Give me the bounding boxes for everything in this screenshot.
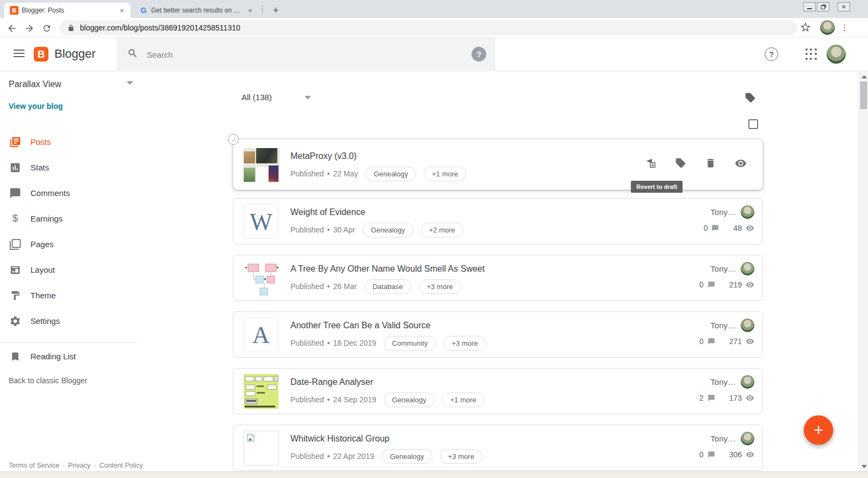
search-input[interactable] (147, 50, 430, 59)
label-chip[interactable]: Genealogy (384, 393, 435, 407)
theme-icon (9, 289, 22, 302)
post-status: Published (290, 339, 324, 347)
sidebar-item-comments[interactable]: Comments (0, 180, 137, 206)
sidebar-nav: Posts Stats Comments $ Earnings (0, 129, 137, 334)
scroll-up-arrow-icon[interactable] (861, 75, 867, 78)
search-help-button[interactable]: ? (472, 47, 486, 62)
browser-menu-icon[interactable]: ⋮ (838, 21, 851, 34)
reload-button[interactable] (40, 22, 53, 35)
sidebar-item-stats[interactable]: Stats (0, 155, 137, 180)
blogger-logo-icon[interactable]: B (34, 47, 48, 62)
more-labels-chip[interactable]: +3 more (419, 279, 461, 294)
post-author: Tony… (710, 434, 736, 443)
layout-icon (9, 263, 22, 277)
tab-blogger-posts[interactable]: B Blogger: Posts × (4, 3, 131, 18)
forward-button[interactable] (23, 22, 36, 35)
label-icon[interactable] (675, 157, 686, 169)
posts-filter-dropdown[interactable]: All (138) (241, 93, 272, 102)
post-date: 22 May (333, 169, 358, 178)
sidebar-item-posts[interactable]: Posts (0, 129, 137, 155)
content-policy-link[interactable]: Content Policy (99, 462, 143, 469)
post-side-info: Tony… 0 219 (699, 262, 754, 289)
post-status: Published (290, 282, 324, 291)
scroll-down-arrow-icon[interactable] (861, 465, 867, 468)
menu-hamburger-icon[interactable] (12, 48, 26, 61)
author-avatar (741, 318, 754, 332)
minimize-button[interactable] (803, 2, 816, 11)
close-tab-icon[interactable]: × (246, 6, 255, 15)
close-tab-icon[interactable]: × (117, 6, 126, 15)
gear-icon (9, 315, 22, 328)
sidebar-item-pages[interactable]: Pages (0, 231, 137, 257)
sidebar-item-layout[interactable]: Layout (0, 257, 137, 283)
new-tab-button[interactable]: + (269, 3, 283, 17)
view-count: 48 (733, 224, 742, 232)
account-avatar[interactable] (827, 45, 846, 64)
delete-icon[interactable] (705, 157, 716, 169)
view-your-blog-link[interactable]: View your blog (9, 102, 63, 111)
label-actions-icon[interactable] (745, 92, 756, 103)
post-row[interactable]: W Weight of Evidence Published • 30 Apr … (233, 198, 763, 244)
post-row[interactable]: MetaProxy (v3.0) Published • 22 May Gene… (233, 139, 763, 190)
post-thumbnail: A (244, 317, 278, 352)
post-author: Tony… (710, 264, 736, 273)
chevron-down-icon[interactable] (305, 96, 311, 100)
post-title: Date-Range Analyser (290, 377, 373, 387)
tab-search-results[interactable]: G Get better search results on Blogge × (136, 3, 259, 18)
search-bar[interactable]: ? (117, 38, 495, 71)
url-text: blogger.com/blog/posts/38691920142585113… (80, 23, 240, 32)
address-field[interactable]: blogger.com/blog/posts/38691920142585113… (60, 20, 797, 35)
chevron-down-icon[interactable] (127, 81, 133, 85)
horizontal-scrollbar[interactable] (0, 471, 868, 478)
privacy-link[interactable]: Privacy (68, 462, 90, 469)
post-row[interactable]: Date-Range Analyser Published • 24 Sep 2… (233, 368, 763, 414)
select-all-checkbox[interactable] (748, 119, 758, 129)
help-icon[interactable]: ? (765, 47, 778, 61)
post-row[interactable]: Whitwick Historical Group Published • 22… (233, 425, 763, 471)
vertical-scrollbar[interactable] (859, 72, 868, 471)
post-row[interactable]: A Another Tree Can Be a Valid Source Pub… (233, 311, 763, 358)
post-row[interactable]: A Tree By Any Other Name Would Smell As … (233, 255, 763, 301)
scrollbar-thumb[interactable] (860, 82, 867, 109)
bookmark-star-icon[interactable] (799, 21, 813, 34)
comment-icon (708, 281, 715, 289)
post-title: A Tree By Any Other Name Would Smell As … (290, 264, 485, 274)
label-chip[interactable]: Genealogy (365, 167, 416, 181)
more-labels-chip[interactable]: +1 more (442, 393, 485, 407)
post-date: 18 Dec 2019 (333, 339, 376, 347)
comment-icon (708, 338, 715, 345)
more-labels-chip[interactable]: +3 more (440, 449, 482, 464)
restore-button[interactable] (817, 2, 829, 11)
more-labels-chip[interactable]: +1 more (424, 167, 466, 181)
more-labels-chip[interactable]: +3 more (444, 336, 486, 351)
select-post-checkmark-icon[interactable] (228, 134, 239, 145)
browser-profile-avatar[interactable] (820, 20, 835, 35)
sidebar-item-reading-list[interactable]: Reading List (0, 344, 137, 369)
blog-selector[interactable]: Parallax View (9, 79, 61, 89)
label-chip[interactable]: Community (384, 336, 436, 351)
author-avatar (741, 262, 754, 275)
browser-window: B Blogger: Posts × G Get better search r… (0, 0, 868, 478)
post-meta: Published • 22 May Genealogy +1 more (290, 166, 466, 182)
sidebar-item-settings[interactable]: Settings (0, 308, 137, 334)
label-chip[interactable]: Genealogy (382, 449, 432, 464)
sidebar-item-theme[interactable]: Theme (0, 283, 137, 308)
label-chip[interactable]: Genealogy (363, 223, 413, 237)
label-chip[interactable]: Database (364, 279, 411, 294)
revert-to-draft-icon[interactable] (645, 157, 656, 169)
back-button[interactable] (5, 22, 18, 35)
google-apps-icon[interactable] (805, 48, 817, 60)
post-date: 22 Apr 2019 (333, 452, 374, 461)
view-count: 306 (729, 450, 742, 459)
post-meta: Published • 24 Sep 2019 Genealogy +1 mor… (290, 391, 485, 408)
sidebar-footer: Terms of Service·Privacy·Content Policy (9, 462, 143, 469)
more-labels-chip[interactable]: +2 more (421, 223, 463, 237)
preview-eye-icon[interactable] (735, 157, 746, 169)
sidebar-item-earnings[interactable]: $ Earnings (0, 206, 137, 231)
terms-link[interactable]: Terms of Service (9, 462, 59, 469)
back-to-classic-link[interactable]: Back to classic Blogger (9, 376, 88, 385)
dollar-icon: $ (9, 212, 22, 225)
close-window-button[interactable]: ✕ (838, 2, 850, 11)
new-post-button[interactable]: + (804, 415, 833, 445)
blogger-favicon-icon: B (10, 6, 18, 15)
